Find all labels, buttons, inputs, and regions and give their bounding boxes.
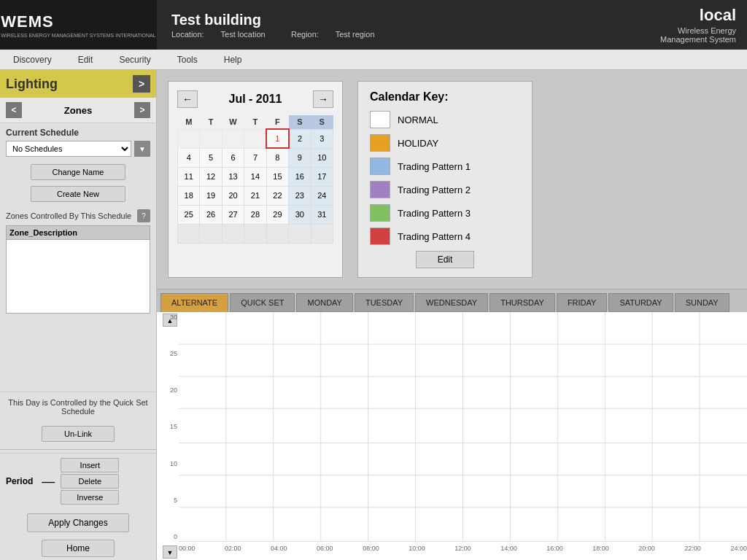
calendar-day-15[interactable]: 15 xyxy=(266,167,288,186)
chart-svg-area xyxy=(179,312,747,542)
calendar-day-20[interactable]: 20 xyxy=(222,186,244,205)
change-name-button[interactable]: Change Name xyxy=(31,164,125,180)
calendar-day-empty[interactable] xyxy=(178,224,200,243)
calendar-day-7[interactable]: 7 xyxy=(244,148,266,167)
key-item-holiday: HOLIDAY xyxy=(370,134,520,152)
chart-down-button[interactable]: ▼ xyxy=(163,545,177,559)
calendar-day-19[interactable]: 19 xyxy=(200,186,222,205)
help-button[interactable]: ? xyxy=(137,209,150,222)
key-label-pattern2: Trading Pattern 2 xyxy=(398,184,471,195)
delete-button[interactable]: Delete xyxy=(61,474,119,489)
calendar-day-12[interactable]: 12 xyxy=(200,167,222,186)
calendar-day-27[interactable]: 27 xyxy=(222,205,244,224)
tab-saturday[interactable]: SATURDAY xyxy=(608,293,673,312)
calendar-day-28[interactable]: 28 xyxy=(244,205,266,224)
calendar-day-24[interactable]: 24 xyxy=(311,186,333,205)
calendar-section: ← Jul - 2011 → M T W T F S S xyxy=(157,70,747,289)
calendar-day-21[interactable]: 21 xyxy=(244,186,266,205)
nav-security[interactable]: Security xyxy=(106,52,163,68)
calendar-day-5[interactable]: 5 xyxy=(200,148,222,167)
tab-monday[interactable]: MONDAY xyxy=(296,293,352,312)
calendar-day-empty xyxy=(222,129,244,148)
zones-next-button[interactable]: > xyxy=(134,102,150,118)
key-label-normal: NORMAL xyxy=(398,114,438,125)
calendar-day-empty[interactable] xyxy=(222,224,244,243)
sidebar-expand-button[interactable]: > xyxy=(133,75,150,93)
day-header-fri: F xyxy=(266,115,288,129)
schedule-dropdown-row: No Schedules ▼ xyxy=(6,141,150,157)
calendar-day-empty[interactable] xyxy=(244,224,266,243)
key-item-pattern1: Trading Pattern 1 xyxy=(370,158,520,175)
calendar-day-6[interactable]: 6 xyxy=(222,148,244,167)
y-label-0: 0 xyxy=(158,533,177,540)
calendar-day-23[interactable]: 23 xyxy=(289,186,311,205)
tab-sunday[interactable]: SUNDAY xyxy=(675,293,729,312)
calendar-day-22[interactable]: 22 xyxy=(266,186,288,205)
zones-controlled-title: Zones Controlled By This Schedule xyxy=(6,211,131,220)
calendar-day-2[interactable]: 2 xyxy=(289,129,311,148)
apply-changes-button[interactable]: Apply Changes xyxy=(27,513,129,532)
x-label-2000: 20:00 xyxy=(638,545,655,560)
calendar-day-1[interactable]: 1 xyxy=(266,129,288,148)
tab-alternate[interactable]: ALTERNATE xyxy=(160,293,228,312)
calendar-day-3[interactable]: 3 xyxy=(311,129,333,148)
tab-wednesday[interactable]: WEDNESDAY xyxy=(415,293,488,312)
calendar-day-14[interactable]: 14 xyxy=(244,167,266,186)
calendar-day-31[interactable]: 31 xyxy=(311,205,333,224)
schedule-dropdown-arrow[interactable]: ▼ xyxy=(134,141,150,157)
nav-tools[interactable]: Tools xyxy=(164,52,211,68)
calendar-day-25[interactable]: 25 xyxy=(178,205,200,224)
calendar-day-4[interactable]: 4 xyxy=(178,148,200,167)
inverse-button[interactable]: Inverse xyxy=(61,490,119,505)
calendar-day-9[interactable]: 9 xyxy=(289,148,311,167)
calendar-day-empty[interactable] xyxy=(266,224,288,243)
nav-edit[interactable]: Edit xyxy=(65,52,107,68)
period-row: Period — Insert Delete Inverse xyxy=(6,458,150,505)
zone-table-header: Zone_Description xyxy=(7,226,150,240)
calendar-month-year: Jul - 2011 xyxy=(198,93,313,106)
header: WEMS WIRELESS ENERGY MANAGEMENT SYSTEMS … xyxy=(0,0,747,50)
calendar-next-button[interactable]: → xyxy=(313,90,333,108)
calendar-day-empty[interactable] xyxy=(289,224,311,243)
x-label-0400: 04:00 xyxy=(271,545,287,560)
calendar-day-10[interactable]: 10 xyxy=(311,148,333,167)
calendar-day-16[interactable]: 16 xyxy=(289,167,311,186)
calendar-day-empty[interactable] xyxy=(311,224,333,243)
building-location: Location: Test location Region: Test reg… xyxy=(171,30,660,39)
unlink-button[interactable]: Un-Link xyxy=(42,426,115,442)
region-label: Region: xyxy=(291,30,319,39)
calendar-key-edit-button[interactable]: Edit xyxy=(416,251,474,268)
nav-discovery[interactable]: Discovery xyxy=(0,52,65,68)
tab-quickset[interactable]: QUICK SET xyxy=(230,293,295,312)
tab-friday[interactable]: FRIDAY xyxy=(557,293,608,312)
calendar-day-empty[interactable] xyxy=(200,224,222,243)
calendar-day-17[interactable]: 17 xyxy=(311,167,333,186)
home-button[interactable]: Home xyxy=(42,540,115,557)
zones-controlled-section: Zones Controlled By This Schedule ? Zone… xyxy=(0,205,156,392)
calendar-day-30[interactable]: 30 xyxy=(289,205,311,224)
tab-tuesday[interactable]: TUESDAY xyxy=(355,293,414,312)
calendar-day-26[interactable]: 26 xyxy=(200,205,222,224)
key-swatch-pattern3 xyxy=(370,204,390,222)
schedule-select[interactable]: No Schedules xyxy=(6,141,131,157)
calendar-prev-button[interactable]: ← xyxy=(177,90,198,108)
calendar-key: Calendar Key: NORMAL HOLIDAY Trading Pat… xyxy=(357,81,533,278)
calendar-header: ← Jul - 2011 → xyxy=(177,90,333,108)
day-header-wed: W xyxy=(222,115,244,129)
tabs-row: ALTERNATE QUICK SET MONDAY TUESDAY WEDNE… xyxy=(157,289,747,312)
x-label-2400: 24:00 xyxy=(730,545,747,560)
logo-area: WEMS WIRELESS ENERGY MANAGEMENT SYSTEMS … xyxy=(0,0,157,50)
insert-button[interactable]: Insert xyxy=(61,458,119,472)
key-item-pattern4: Trading Pattern 4 xyxy=(370,228,520,245)
calendar-day-13[interactable]: 13 xyxy=(222,167,244,186)
calendar-day-11[interactable]: 11 xyxy=(178,167,200,186)
nav-help[interactable]: Help xyxy=(211,52,255,68)
calendar-day-8[interactable]: 8 xyxy=(266,148,288,167)
create-new-button[interactable]: Create New xyxy=(31,186,125,202)
calendar-day-18[interactable]: 18 xyxy=(178,186,200,205)
zones-prev-button[interactable]: < xyxy=(6,102,22,118)
calendar-day-29[interactable]: 29 xyxy=(266,205,288,224)
tab-thursday[interactable]: THURSDAY xyxy=(489,293,555,312)
key-item-pattern2: Trading Pattern 2 xyxy=(370,181,520,198)
x-label-0200: 02:00 xyxy=(225,545,241,560)
